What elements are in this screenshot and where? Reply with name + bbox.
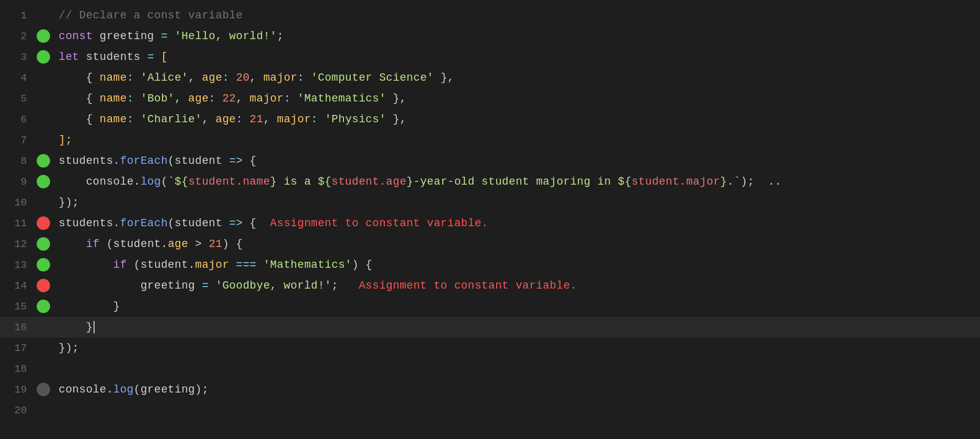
token: students.: [59, 217, 120, 229]
token: ===: [236, 259, 257, 271]
token: {: [86, 72, 100, 84]
token: students: [86, 51, 147, 63]
token: student.major: [632, 175, 720, 188]
token: =: [147, 51, 161, 63]
line-18: 18: [0, 358, 980, 379]
token: [257, 259, 263, 271]
token: 'Mathematics': [298, 92, 386, 105]
token: :: [127, 92, 141, 105]
token: :: [298, 72, 311, 84]
code-line-13: if (student.major === 'Mathematics') {: [55, 257, 373, 273]
token: [: [161, 51, 167, 63]
token: greeting: [141, 279, 202, 292]
token: :: [283, 92, 297, 105]
line-number-17: 17: [0, 342, 37, 354]
code-line-8: students.forEach(student => {: [55, 153, 257, 169]
token: },: [393, 113, 406, 125]
token: Assignment to constant variable.: [359, 279, 577, 292]
gutter-icon-19: [37, 383, 50, 396]
token: const: [59, 30, 100, 42]
line-1: 1// Declare a const variable: [0, 5, 980, 26]
line-number-14: 14: [0, 280, 37, 292]
gutter-icon-1: [37, 9, 50, 22]
code-line-17: });: [55, 340, 79, 356]
code-line-15: }: [55, 298, 120, 315]
code-line-3: let students = [: [55, 49, 168, 65]
token: ,: [236, 92, 249, 105]
line-14: 14 greeting = 'Goodbye, world!'; Assignm…: [0, 275, 980, 296]
token: >: [188, 238, 209, 250]
token: {: [86, 92, 100, 105]
token: 21: [250, 113, 263, 125]
token: ): [222, 238, 236, 250]
line-number-13: 13: [0, 259, 37, 271]
line-5: 5 { name: 'Bob', age: 22, major: 'Mathem…: [0, 88, 980, 109]
line-12: 12 if (student.age > 21) {: [0, 234, 980, 254]
token: ,: [175, 92, 188, 105]
gutter-icon-12: [37, 237, 50, 251]
line-2: 2const greeting = 'Hello, world!';: [0, 26, 980, 46]
code-editor[interactable]: 1// Declare a const variable2const greet…: [0, 0, 980, 439]
token: greeting: [100, 30, 161, 42]
token: 21: [209, 238, 222, 250]
gutter-icon-10: [37, 196, 50, 209]
token: 'Hello, world!': [175, 30, 277, 42]
code-line-14: greeting = 'Goodbye, world!'; Assignment…: [55, 278, 577, 294]
token: [386, 92, 393, 105]
token: `${: [168, 175, 189, 188]
token: :: [236, 113, 249, 125]
token: {: [250, 155, 257, 167]
gutter-icon-7: [37, 133, 50, 147]
token: [229, 259, 236, 271]
line-number-1: 1: [0, 10, 37, 21]
token: =: [161, 30, 174, 42]
token: if: [113, 259, 134, 271]
token: let: [59, 51, 86, 63]
token: student.age: [332, 175, 407, 188]
token: } is a ${: [270, 175, 331, 188]
token: age: [168, 238, 189, 250]
token: {: [86, 113, 100, 125]
token: },: [441, 72, 454, 84]
token: :: [311, 113, 324, 125]
token: console.: [59, 383, 113, 396]
line-10: 10});: [0, 192, 980, 213]
gutter-icon-6: [37, 113, 50, 126]
gutter-icon-15: [37, 300, 50, 313]
line-number-19: 19: [0, 384, 37, 396]
line-number-18: 18: [0, 363, 37, 375]
token: 'Computer Science': [311, 72, 434, 84]
token: students.: [59, 155, 120, 167]
token: }: [86, 321, 93, 333]
token: 'Mathematics': [263, 259, 352, 271]
token: student.name: [188, 175, 270, 188]
gutter-icon-17: [37, 341, 50, 355]
token: log: [113, 383, 134, 396]
line-number-10: 10: [0, 197, 37, 208]
token: }.`: [720, 175, 741, 188]
token: =>: [229, 217, 250, 229]
code-line-12: if (student.age > 21) {: [55, 236, 243, 253]
token: :: [209, 92, 222, 105]
text-cursor: [93, 321, 95, 333]
token: {: [236, 238, 243, 250]
token: console.: [86, 175, 141, 188]
token: 20: [236, 72, 249, 84]
line-19: 19console.log(greeting);: [0, 379, 980, 400]
code-line-4: { name: 'Alice', age: 20, major: 'Comput…: [55, 70, 454, 86]
token: student: [175, 155, 229, 167]
line-9: 9 console.log(`${student.name} is a ${st…: [0, 171, 980, 192]
line-4: 4 { name: 'Alice', age: 20, major: 'Comp…: [0, 67, 980, 88]
gutter-icon-2: [37, 29, 50, 43]
token: forEach: [120, 217, 167, 229]
token: major: [277, 113, 311, 125]
token: student: [175, 217, 229, 229]
line-number-2: 2: [0, 31, 37, 42]
gutter-icon-4: [37, 71, 50, 84]
line-number-15: 15: [0, 301, 37, 312]
token: name: [100, 92, 127, 105]
gutter-icon-14: [37, 279, 50, 292]
code-line-10: });: [55, 194, 79, 211]
token: age: [216, 113, 236, 125]
gutter-icon-13: [37, 258, 50, 271]
